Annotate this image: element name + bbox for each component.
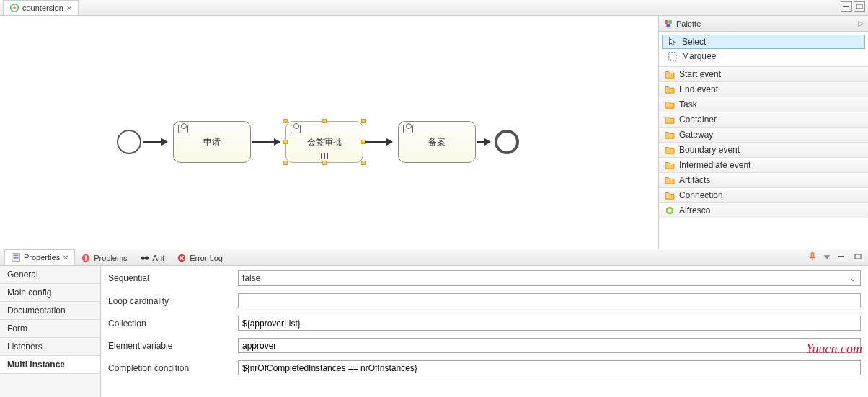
palette-panel: Palette ▷ Select Marquee Start event End… bbox=[659, 16, 868, 249]
folder-icon bbox=[665, 85, 675, 94]
tool-marquee[interactable]: Marquee bbox=[659, 49, 868, 63]
user-task-icon bbox=[403, 125, 413, 133]
input-loop-cardinality[interactable] bbox=[238, 293, 861, 308]
folder-icon bbox=[665, 115, 675, 124]
label-element-variable: Element variable bbox=[108, 341, 238, 351]
pin-icon[interactable] bbox=[807, 251, 818, 262]
sequence-flow[interactable] bbox=[252, 141, 280, 143]
folder-icon bbox=[665, 130, 675, 139]
user-task-icon bbox=[178, 125, 188, 133]
ant-icon bbox=[140, 253, 150, 263]
svg-rect-7 bbox=[669, 53, 677, 61]
label-collection: Collection bbox=[108, 318, 238, 329]
diagram-canvas[interactable]: 申请 会签审批 备案 bbox=[0, 16, 659, 249]
drawer-connection[interactable]: Connection bbox=[659, 188, 868, 203]
chevron-right-icon[interactable]: ▷ bbox=[858, 19, 864, 28]
folder-icon bbox=[665, 161, 675, 169]
svg-point-4 bbox=[665, 19, 668, 23]
folder-icon bbox=[665, 146, 675, 154]
error-log-icon bbox=[177, 253, 187, 263]
drawer-end-event[interactable]: End event bbox=[659, 82, 868, 97]
svg-rect-19 bbox=[838, 256, 844, 257]
input-element-variable[interactable] bbox=[238, 338, 861, 353]
end-event-node[interactable] bbox=[495, 130, 519, 154]
views-tab-bar: Properties ✕ Problems Ant Error Log bbox=[0, 249, 868, 266]
palette-title: Palette bbox=[676, 19, 701, 28]
tab-problems[interactable]: Problems bbox=[75, 251, 133, 265]
folder-icon bbox=[665, 70, 675, 79]
properties-nav: General Main config Documentation Form L… bbox=[0, 266, 101, 397]
multi-instance-marker-icon bbox=[321, 153, 328, 159]
nav-form[interactable]: Form bbox=[0, 320, 100, 338]
drawer-container[interactable]: Container bbox=[659, 112, 868, 128]
cursor-icon bbox=[668, 37, 678, 47]
svg-point-1 bbox=[13, 6, 16, 9]
close-icon[interactable]: ✕ bbox=[66, 4, 72, 12]
svg-rect-2 bbox=[843, 6, 849, 7]
label-sequential: Sequential bbox=[108, 273, 238, 283]
svg-point-5 bbox=[668, 19, 672, 23]
user-task-record[interactable]: 备案 bbox=[398, 121, 476, 163]
svg-point-6 bbox=[666, 24, 670, 27]
label-completion-condition: Completion condition bbox=[108, 363, 238, 373]
start-event-node[interactable] bbox=[117, 130, 141, 154]
task-label: 会签审批 bbox=[307, 136, 342, 148]
svg-rect-14 bbox=[85, 256, 87, 259]
nav-general[interactable]: General bbox=[0, 266, 100, 284]
nav-listeners[interactable]: Listeners bbox=[0, 338, 100, 356]
chevron-down-icon: ⌄ bbox=[849, 273, 856, 283]
minimize-view-button[interactable] bbox=[836, 251, 848, 262]
sequence-flow[interactable] bbox=[365, 141, 392, 143]
sequence-flow[interactable] bbox=[143, 141, 167, 143]
properties-form: Sequential false ⌄ Loop cardinality Coll… bbox=[101, 266, 868, 397]
input-collection[interactable] bbox=[238, 316, 861, 331]
tab-error-log[interactable]: Error Log bbox=[171, 251, 229, 265]
drawer-gateway[interactable]: Gateway bbox=[659, 128, 868, 143]
tool-select[interactable]: Select bbox=[662, 35, 865, 49]
task-label: 备案 bbox=[428, 136, 446, 148]
editor-tab-label: countersign bbox=[22, 4, 63, 12]
drawer-boundary-event[interactable]: Boundary event bbox=[659, 143, 868, 158]
svg-point-16 bbox=[141, 256, 144, 259]
nav-main-config[interactable]: Main config bbox=[0, 284, 100, 302]
editor-tab-bar: countersign ✕ bbox=[0, 0, 868, 16]
drawer-intermediate-event[interactable]: Intermediate event bbox=[659, 158, 868, 173]
user-task-icon bbox=[291, 125, 301, 133]
palette-icon bbox=[663, 19, 673, 29]
sequence-flow[interactable] bbox=[477, 141, 490, 143]
maximize-view-button[interactable] bbox=[852, 251, 864, 262]
folder-icon bbox=[665, 191, 675, 200]
close-icon[interactable]: ✕ bbox=[63, 254, 68, 262]
svg-rect-12 bbox=[14, 257, 19, 259]
tab-properties[interactable]: Properties ✕ bbox=[4, 249, 75, 265]
label-loop-cardinality: Loop cardinality bbox=[108, 296, 238, 306]
task-label: 申请 bbox=[203, 136, 221, 148]
folder-icon bbox=[665, 100, 675, 109]
marquee-icon bbox=[668, 51, 678, 61]
tab-ant[interactable]: Ant bbox=[134, 251, 172, 265]
svg-rect-3 bbox=[856, 4, 862, 9]
minimize-button[interactable] bbox=[841, 1, 852, 12]
activiti-icon bbox=[9, 3, 19, 13]
drawer-artifacts[interactable]: Artifacts bbox=[659, 173, 868, 188]
user-task-countersign[interactable]: 会签审批 bbox=[285, 121, 363, 163]
editor-tab-countersign[interactable]: countersign ✕ bbox=[3, 0, 79, 15]
maximize-button[interactable] bbox=[854, 1, 865, 12]
nav-documentation[interactable]: Documentation bbox=[0, 302, 100, 320]
svg-rect-20 bbox=[855, 254, 861, 259]
view-menu-icon[interactable] bbox=[822, 251, 832, 262]
select-sequential[interactable]: false ⌄ bbox=[238, 270, 861, 286]
drawer-task[interactable]: Task bbox=[659, 97, 868, 112]
user-task-apply[interactable]: 申请 bbox=[173, 121, 251, 163]
input-completion-condition[interactable] bbox=[238, 360, 861, 375]
svg-rect-11 bbox=[14, 255, 19, 257]
svg-point-9 bbox=[668, 208, 671, 212]
problems-icon bbox=[81, 253, 91, 263]
alfresco-icon bbox=[665, 205, 675, 215]
folder-icon bbox=[665, 176, 675, 184]
properties-icon bbox=[11, 252, 21, 262]
drawer-alfresco[interactable]: Alfresco bbox=[659, 203, 868, 218]
nav-multi-instance[interactable]: Multi instance bbox=[0, 356, 100, 374]
svg-rect-15 bbox=[85, 259, 87, 261]
drawer-start-event[interactable]: Start event bbox=[659, 67, 868, 82]
